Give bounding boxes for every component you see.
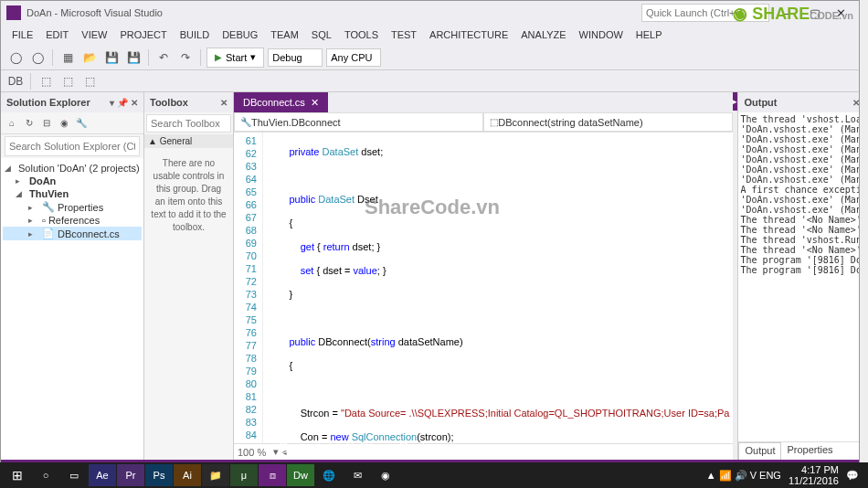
references-node[interactable]: ▸▫ References <box>3 214 142 227</box>
save-all-icon[interactable]: 💾 <box>124 48 143 67</box>
properties-icon[interactable]: 🔧 <box>74 116 89 131</box>
taskbar-app[interactable]: ✉ <box>344 464 371 486</box>
menu-build[interactable]: BUILD <box>175 27 215 42</box>
editor-tab-dbconnect[interactable]: DBconnect.cs ✕ <box>234 92 328 112</box>
nav-back-icon[interactable]: ◯ <box>6 48 25 67</box>
code-editor: DBconnect.cs ✕ 🔧 ThuVien.DBconnect ⬚ DBc… <box>234 92 733 460</box>
type-nav-combo[interactable]: 🔧 ThuVien.DBconnect <box>234 112 483 132</box>
output-header: Output ✕ <box>738 92 859 112</box>
menu-architecture[interactable]: ARCHITECTURE <box>424 27 513 42</box>
tool-icon[interactable]: ⬚ <box>37 72 55 90</box>
dbconnect-file[interactable]: ▸📄 DBconnect.cs <box>3 227 142 240</box>
solution-explorer-toolbar: ⌂ ↻ ⊟ ◉ 🔧 <box>1 112 143 134</box>
editor-footer: 100 % ▾ ◂ <box>234 443 733 460</box>
title-bar: DoAn - Microsoft Visual Studio — ▢ ✕ <box>1 1 859 25</box>
source-text[interactable]: private DataSet dset; public DataSet Dse… <box>263 133 733 443</box>
open-file-icon[interactable]: 📂 <box>80 48 99 67</box>
member-nav-combo[interactable]: ⬚ DBconnect(string dataSetName) <box>483 112 733 132</box>
taskbar-app[interactable]: Ps <box>145 464 173 486</box>
taskbar-app[interactable]: Dw <box>287 464 314 486</box>
windows-taskbar: ⊞ ○ ▭ Ae Pr Ps Ai 📁 μ ⧈ Dw 🌐 ✉ ◉ ▲ 📶 🔊 V… <box>0 462 868 488</box>
task-view-icon[interactable]: ▭ <box>60 464 88 486</box>
platform-combo[interactable]: Any CPU <box>326 48 381 67</box>
solution-node[interactable]: ◢Solution 'DoAn' (2 projects) <box>3 162 142 175</box>
window-title: DoAn - Microsoft Visual Studio <box>26 7 641 18</box>
collapse-icon[interactable]: ⊟ <box>39 116 54 131</box>
menu-window[interactable]: WINDOW <box>574 27 629 42</box>
home-icon[interactable]: ⌂ <box>5 116 19 131</box>
taskbar-app[interactable]: μ <box>230 464 258 486</box>
tool-icon[interactable]: ⬚ <box>58 72 77 90</box>
sharecode-logo: ◉ SHARECODE.vn <box>733 4 853 24</box>
menu-view[interactable]: VIEW <box>76 27 112 42</box>
taskbar-app[interactable]: Ae <box>89 464 116 486</box>
output-close-icon[interactable]: ✕ <box>852 98 859 108</box>
project-thuvien[interactable]: ◢ThuVien <box>3 187 142 200</box>
new-project-icon[interactable]: ▦ <box>58 48 77 67</box>
redo-icon[interactable]: ↷ <box>176 48 195 67</box>
taskbar-vs[interactable]: ⧈ <box>259 464 286 486</box>
db-icon[interactable]: DB <box>6 72 25 90</box>
tool-icon[interactable]: ⬚ <box>80 72 99 90</box>
properties-tab[interactable]: Properties <box>781 442 838 460</box>
output-panel: Output ✕ The thread 'vshost.LoadRe 'DoAn… <box>737 92 859 460</box>
menu-help[interactable]: HELP <box>630 27 668 42</box>
toolbox-panel: Toolbox ✕ ▲ General There are no usable … <box>144 92 234 460</box>
menu-edit[interactable]: EDIT <box>40 27 74 42</box>
project-doan[interactable]: ▸DoAn <box>3 175 142 187</box>
editor-nav-bar: 🔧 ThuVien.DBconnect ⬚ DBconnect(string d… <box>234 112 733 133</box>
solution-search-input[interactable] <box>5 136 140 156</box>
menu-analyze[interactable]: ANALYZE <box>515 27 571 42</box>
toolbox-header: Toolbox ✕ <box>144 92 233 112</box>
undo-icon[interactable]: ↶ <box>154 48 173 67</box>
taskbar-app[interactable]: 📁 <box>202 464 229 486</box>
start-menu-button[interactable]: ⊞ <box>4 464 31 486</box>
save-icon[interactable]: 💾 <box>102 48 121 67</box>
menu-file[interactable]: FILE <box>6 27 38 42</box>
toolbox-close-icon[interactable]: ✕ <box>220 98 228 108</box>
editor-tabs: DBconnect.cs ✕ <box>234 92 733 112</box>
toolbox-empty-text: There are no usable controls in this gro… <box>144 148 233 243</box>
line-gutter: 6162636465666768697071727374757677787980… <box>234 133 263 443</box>
tray-icons[interactable]: ▲ 📶 🔊 V ENG <box>706 470 781 482</box>
refresh-icon[interactable]: ↻ <box>22 116 37 131</box>
taskbar-app[interactable]: Ai <box>174 464 201 486</box>
menu-debug[interactable]: DEBUG <box>217 27 263 42</box>
output-text[interactable]: The thread 'vshost.LoadRe 'DoAn.vshost.e… <box>738 112 859 441</box>
solution-tree: ◢Solution 'DoAn' (2 projects) ▸DoAn ◢Thu… <box>1 158 143 460</box>
taskbar-app[interactable]: 🌐 <box>315 464 343 486</box>
secondary-toolbar: DB ⬚ ⬚ ⬚ <box>1 70 859 92</box>
menu-test[interactable]: TEST <box>386 27 422 42</box>
menu-bar: FILE EDIT VIEW PROJECT BUILD DEBUG TEAM … <box>1 25 859 45</box>
output-tabs: Output Properties <box>738 441 859 460</box>
dropdown-icon: ▾ <box>250 51 256 63</box>
start-debug-button[interactable]: ▶ Start ▾ <box>206 48 264 68</box>
show-all-icon[interactable]: ◉ <box>57 116 71 131</box>
main-toolbar: ◯ ◯ ▦ 📂 💾 💾 ↶ ↷ ▶ Start ▾ Debug Any CPU <box>1 45 859 70</box>
toolbox-search-input[interactable] <box>146 114 231 133</box>
properties-node[interactable]: ▸🔧 Properties <box>3 200 142 214</box>
tab-close-icon[interactable]: ✕ <box>311 97 319 109</box>
toolbox-category-general[interactable]: ▲ General <box>144 134 233 148</box>
menu-project[interactable]: PROJECT <box>114 27 172 42</box>
nav-fwd-icon[interactable]: ◯ <box>28 48 47 67</box>
tray-date: 11/21/2016 <box>789 475 839 486</box>
play-icon: ▶ <box>215 52 222 62</box>
pin-icon[interactable]: ▾ 📌 ✕ <box>110 98 138 108</box>
menu-tools[interactable]: TOOLS <box>339 27 384 42</box>
taskbar-chrome[interactable]: ◉ <box>372 464 399 486</box>
start-label: Start <box>226 52 247 63</box>
vs-logo-icon <box>6 5 21 20</box>
tray-time: 4:17 PM <box>789 464 839 475</box>
solution-explorer-panel: Solution Explorer ▾ 📌 ✕ ⌂ ↻ ⊟ ◉ 🔧 ◢Solut… <box>1 92 144 460</box>
system-tray[interactable]: ▲ 📶 🔊 V ENG 4:17 PM 11/21/2016 💬 <box>706 464 864 486</box>
menu-sql[interactable]: SQL <box>306 27 337 42</box>
solution-explorer-header: Solution Explorer ▾ 📌 ✕ <box>1 92 143 112</box>
cortana-icon[interactable]: ○ <box>32 464 59 486</box>
menu-team[interactable]: TEAM <box>265 27 304 42</box>
output-tab[interactable]: Output <box>738 442 781 460</box>
config-combo[interactable]: Debug <box>268 48 323 67</box>
notifications-icon[interactable]: 💬 <box>846 470 859 482</box>
taskbar-app[interactable]: Pr <box>117 464 144 486</box>
code-area[interactable]: 6162636465666768697071727374757677787980… <box>234 133 733 443</box>
